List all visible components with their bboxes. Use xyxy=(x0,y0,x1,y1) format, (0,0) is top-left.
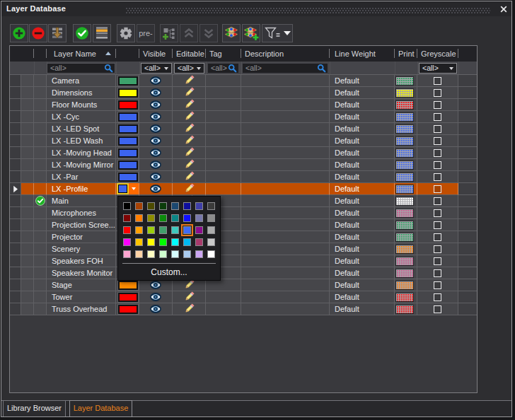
print-cell[interactable] xyxy=(395,123,417,135)
description-cell[interactable] xyxy=(241,243,330,255)
editable-cell[interactable] xyxy=(173,159,206,171)
palette-color-swatch[interactable] xyxy=(147,238,155,246)
header-layer-name[interactable]: Layer Name xyxy=(47,46,116,62)
greyscale-checkbox[interactable] xyxy=(434,101,441,109)
layer-color-swatch[interactable] xyxy=(118,293,138,302)
layer-color-swatch[interactable] xyxy=(118,173,138,182)
description-cell[interactable] xyxy=(241,219,330,231)
description-cell[interactable] xyxy=(241,75,330,87)
tag-cell[interactable] xyxy=(206,183,241,195)
layer-name-cell[interactable]: Speakers Monitor xyxy=(47,267,116,279)
layer-color-cell[interactable] xyxy=(116,135,139,147)
palette-color-swatch[interactable] xyxy=(159,214,167,222)
line-weight-cell[interactable]: Default xyxy=(330,291,395,303)
palette-color-swatch[interactable] xyxy=(135,214,143,222)
greyscale-cell[interactable] xyxy=(417,75,458,87)
line-weight-cell[interactable]: Default xyxy=(330,303,395,315)
layer-name-cell[interactable]: Floor Mounts xyxy=(47,99,116,111)
greyscale-checkbox[interactable] xyxy=(434,77,441,85)
greyscale-checkbox[interactable] xyxy=(434,89,441,97)
visible-cell[interactable] xyxy=(139,123,173,135)
palette-color-swatch[interactable] xyxy=(183,214,191,222)
import-layers-button[interactable] xyxy=(48,24,66,42)
palette-color-swatch[interactable] xyxy=(195,202,203,210)
layer-color-swatch[interactable] xyxy=(118,88,138,98)
delete-layer-button[interactable] xyxy=(29,24,47,42)
visible-cell[interactable] xyxy=(139,75,173,87)
greyscale-checkbox[interactable] xyxy=(434,305,441,313)
title-bar[interactable]: Layer Database xyxy=(1,1,511,16)
print-cell[interactable] xyxy=(395,303,417,315)
greyscale-cell[interactable] xyxy=(417,111,458,123)
tag-cell[interactable] xyxy=(206,291,241,303)
filter-dropdown-arrow-icon[interactable] xyxy=(284,31,291,35)
greyscale-cell[interactable] xyxy=(417,195,458,207)
tag-cell[interactable] xyxy=(206,159,241,171)
layer-color-cell[interactable] xyxy=(116,303,139,315)
description-cell[interactable] xyxy=(241,255,330,267)
layer-color-swatch[interactable] xyxy=(118,148,138,158)
line-weight-cell[interactable]: Default xyxy=(330,87,395,99)
print-cell[interactable] xyxy=(395,219,417,231)
line-weight-cell[interactable]: Default xyxy=(330,111,395,123)
layer-name-cell[interactable]: LX -Moving Head xyxy=(47,147,116,159)
editable-cell[interactable] xyxy=(173,147,206,159)
greyscale-checkbox[interactable] xyxy=(434,149,441,157)
layer-color-cell[interactable] xyxy=(116,279,139,291)
add-hierarchy-button[interactable] xyxy=(160,24,178,42)
tag-cell[interactable] xyxy=(206,135,241,147)
tab-layer-database[interactable]: Layer Database xyxy=(69,400,132,416)
editable-cell[interactable] xyxy=(173,135,206,147)
color-editor-dropdown-button[interactable] xyxy=(129,183,139,194)
layer-name-cell[interactable]: Dimensions xyxy=(47,87,116,99)
tag-cell[interactable] xyxy=(206,123,241,135)
palette-color-swatch[interactable] xyxy=(207,214,215,222)
palette-color-swatch[interactable] xyxy=(195,214,203,222)
move-down-button[interactable] xyxy=(199,24,218,42)
table-row[interactable]: Speakers Monitor xyxy=(10,267,477,279)
header-color[interactable] xyxy=(116,46,139,62)
color-editor-swatch[interactable] xyxy=(117,183,129,194)
print-cell[interactable] xyxy=(395,279,417,291)
palette-color-swatch[interactable] xyxy=(171,214,179,222)
layer-color-swatch[interactable] xyxy=(118,112,138,122)
editable-cell[interactable] xyxy=(173,183,206,195)
greyscale-cell[interactable] xyxy=(417,123,458,135)
palette-color-swatch[interactable] xyxy=(135,202,143,210)
visible-cell[interactable] xyxy=(139,111,173,123)
layer-name-cell[interactable]: Tower xyxy=(47,291,116,303)
greyscale-checkbox[interactable] xyxy=(434,257,441,265)
greyscale-cell[interactable] xyxy=(417,135,458,147)
palette-color-swatch[interactable] xyxy=(147,250,155,258)
print-cell[interactable] xyxy=(395,159,417,171)
palette-color-swatch[interactable] xyxy=(159,238,167,246)
description-cell[interactable] xyxy=(241,267,330,279)
line-weight-cell[interactable]: Default xyxy=(330,183,395,195)
layer-name-cell[interactable]: LX -Par xyxy=(47,171,116,183)
layer-color-cell[interactable] xyxy=(116,171,139,183)
header-editable[interactable]: Editable xyxy=(173,46,206,62)
line-weight-cell[interactable]: Default xyxy=(330,123,395,135)
line-weight-cell[interactable]: Default xyxy=(330,255,395,267)
header-visible[interactable]: Visible xyxy=(139,46,173,62)
editable-cell[interactable] xyxy=(173,171,206,183)
description-cell[interactable] xyxy=(241,147,330,159)
visible-cell[interactable] xyxy=(139,171,173,183)
layer-name-cell[interactable]: Camera xyxy=(47,75,116,87)
line-weight-cell[interactable]: Default xyxy=(330,147,395,159)
layer-name-cell[interactable]: LX -Cyc xyxy=(47,111,116,123)
layer-name-cell[interactable]: Main xyxy=(47,195,116,207)
tag-cell[interactable] xyxy=(206,87,241,99)
greyscale-checkbox[interactable] xyxy=(434,233,441,241)
palette-color-swatch[interactable] xyxy=(171,238,179,246)
layer-color-cell[interactable] xyxy=(116,111,139,123)
greyscale-cell[interactable] xyxy=(417,291,458,303)
line-weight-cell[interactable]: Default xyxy=(330,219,395,231)
editable-cell[interactable] xyxy=(173,123,206,135)
print-cell[interactable] xyxy=(395,231,417,243)
greyscale-cell[interactable] xyxy=(417,99,458,111)
line-weight-cell[interactable]: Default xyxy=(330,243,395,255)
layer-color-swatch[interactable] xyxy=(118,161,138,170)
layer-name-cell[interactable]: Projector xyxy=(47,231,116,243)
table-row[interactable]: Scenery Defau xyxy=(10,243,477,255)
